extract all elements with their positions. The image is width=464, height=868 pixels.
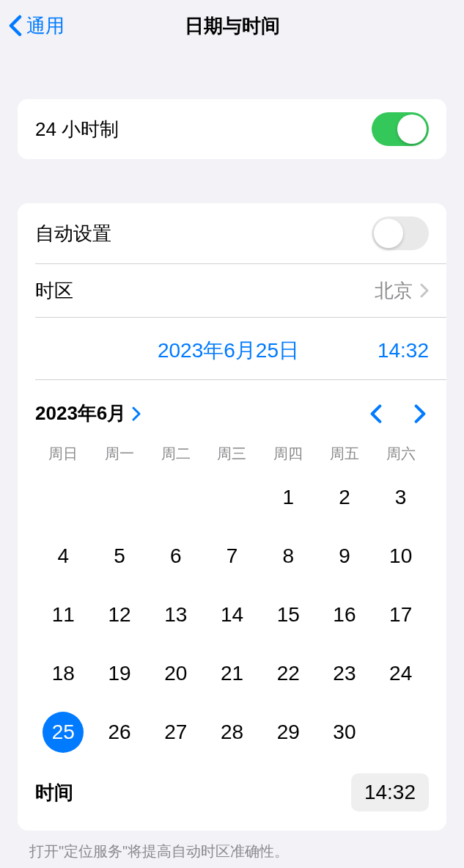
chevron-right-icon (420, 283, 429, 298)
day-cell[interactable]: 27 (147, 703, 204, 762)
footer-note: 打开"定位服务"将提高自动时区准确性。 (0, 831, 464, 868)
toggle-24hour[interactable] (372, 112, 429, 146)
time-picker[interactable]: 14:32 (351, 773, 429, 812)
day-cell[interactable]: 5 (92, 527, 148, 586)
row-auto: 自动设置 (18, 203, 446, 263)
month-nav (370, 404, 429, 424)
day-cell[interactable]: 14 (204, 586, 260, 644)
chevron-left-icon (370, 404, 382, 424)
time-display[interactable]: 14:32 (378, 339, 429, 362)
day-cell[interactable]: 26 (92, 703, 148, 762)
weekday-label: 周二 (147, 444, 204, 464)
day-cell[interactable]: 18 (35, 644, 92, 703)
back-label: 通用 (26, 13, 65, 39)
day-cell[interactable]: 21 (204, 644, 260, 703)
toggle-auto[interactable] (372, 216, 429, 250)
day-cell[interactable]: 1 (260, 468, 317, 527)
day-cell[interactable]: 29 (260, 703, 317, 762)
day-cell[interactable]: 11 (35, 586, 92, 644)
day-cell[interactable]: 23 (317, 644, 373, 703)
weekday-label: 周五 (317, 444, 373, 464)
day-cell[interactable]: 10 (372, 527, 429, 586)
day-cell[interactable]: 2 (317, 468, 373, 527)
day-cell[interactable]: 16 (317, 586, 373, 644)
row-24hour: 24 小时制 (18, 99, 446, 159)
day-cell[interactable]: 3 (372, 468, 429, 527)
page-title: 日期与时间 (185, 13, 280, 39)
section-settings: 自动设置 时区 北京 2023年6月25日 14:32 2023年6月 (18, 203, 446, 831)
calendar: 2023年6月 周日周一周二周三周四周五周六 12345678 (18, 380, 446, 831)
value-timezone: 北京 (375, 278, 429, 304)
day-cell[interactable]: 12 (92, 586, 148, 644)
day-cell[interactable]: 6 (147, 527, 204, 586)
weekday-label: 周一 (92, 444, 148, 464)
day-cell[interactable]: 15 (260, 586, 317, 644)
day-cell[interactable]: 4 (35, 527, 92, 586)
row-timezone[interactable]: 时区 北京 (18, 264, 446, 317)
weekday-label: 周四 (260, 444, 317, 464)
day-cell[interactable]: 17 (372, 586, 429, 644)
chevron-right-icon (414, 404, 426, 424)
row-datetime-display: 2023年6月25日 14:32 (18, 318, 446, 379)
toggle-knob (374, 219, 403, 248)
day-cell[interactable]: 28 (204, 703, 260, 762)
day-cell[interactable]: 25 (35, 703, 92, 762)
time-row: 时间 14:32 (35, 762, 429, 822)
label-timezone: 时区 (35, 278, 73, 304)
days-grid: 1234567891011121314151617181920212223242… (35, 468, 429, 762)
next-month-button[interactable] (414, 404, 426, 424)
day-cell[interactable]: 30 (317, 703, 373, 762)
time-label: 时间 (35, 780, 73, 806)
chevron-right-icon (132, 406, 141, 421)
day-cell[interactable]: 19 (92, 644, 148, 703)
chevron-left-icon (9, 15, 22, 37)
day-empty (92, 468, 148, 527)
weekday-label: 周三 (204, 444, 260, 464)
label-24hour: 24 小时制 (35, 117, 119, 142)
weekday-label: 周六 (372, 444, 429, 464)
label-auto: 自动设置 (35, 221, 111, 247)
timezone-text: 北京 (375, 278, 413, 304)
day-empty (204, 468, 260, 527)
prev-month-button[interactable] (370, 404, 382, 424)
header-bar: 通用 日期与时间 (0, 0, 464, 51)
weekday-label: 周日 (35, 444, 92, 464)
toggle-knob (397, 114, 427, 144)
day-cell[interactable]: 13 (147, 586, 204, 644)
back-button[interactable]: 通用 (0, 13, 65, 39)
month-header: 2023年6月 (35, 380, 429, 440)
month-selector[interactable]: 2023年6月 (35, 401, 141, 426)
day-cell[interactable]: 20 (147, 644, 204, 703)
weekdays-row: 周日周一周二周三周四周五周六 (35, 440, 429, 468)
day-empty (35, 468, 92, 527)
section-24hour: 24 小时制 (18, 99, 446, 159)
day-cell[interactable]: 9 (317, 527, 373, 586)
day-cell[interactable]: 7 (204, 527, 260, 586)
day-empty (147, 468, 204, 527)
month-label-text: 2023年6月 (35, 401, 126, 426)
day-cell[interactable]: 8 (260, 527, 317, 586)
day-cell[interactable]: 22 (260, 644, 317, 703)
day-cell[interactable]: 24 (372, 644, 429, 703)
date-display[interactable]: 2023年6月25日 (35, 337, 378, 365)
